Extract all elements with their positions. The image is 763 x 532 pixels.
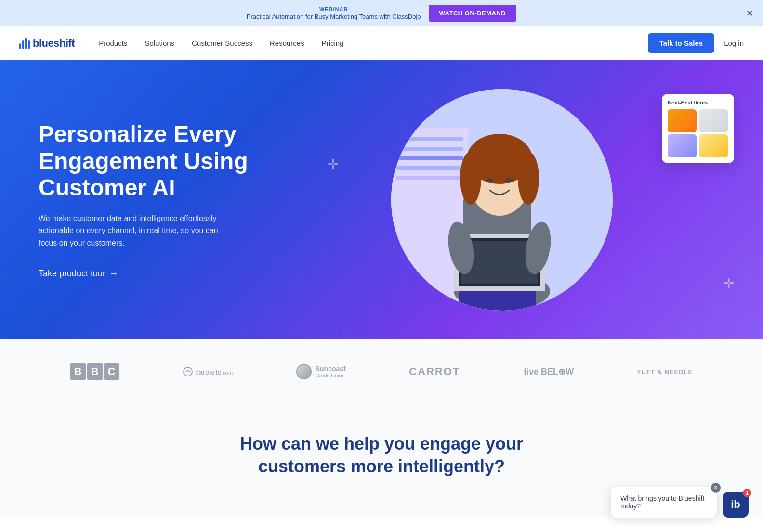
nav-actions: Talk to Sales Log in [648, 33, 744, 53]
logo-text: blueshift [33, 37, 75, 50]
nbi-grid [668, 109, 728, 157]
bbc-b1: B [70, 363, 86, 380]
svg-point-16 [505, 178, 513, 183]
chat-badge: 1 [743, 489, 751, 497]
nbi-item-3 [668, 134, 697, 157]
talk-to-sales-button[interactable]: Talk to Sales [648, 33, 715, 53]
nbi-card: Next-Best Items [662, 94, 734, 163]
svg-rect-6 [396, 176, 463, 180]
nbi-item-2 [699, 109, 728, 132]
nbi-card-title: Next-Best Items [668, 100, 728, 105]
logo-five-below: five BEL⊕W [524, 366, 574, 377]
svg-rect-3 [396, 147, 463, 151]
logo-icon [19, 38, 30, 49]
logo-bar-1 [19, 43, 21, 49]
svg-point-13 [460, 152, 481, 205]
bbc-b2: B [87, 363, 103, 380]
logo-bar-3 [25, 38, 27, 49]
product-tour-label: Take product tour [39, 269, 105, 279]
logo-carparts: carparts.com [183, 366, 233, 377]
nbi-item-4 [699, 134, 728, 157]
hero-right: Next-Best Items [279, 89, 724, 311]
nav-link-products[interactable]: Products [99, 39, 127, 47]
svg-point-14 [518, 152, 539, 205]
carparts-logo-mark: carparts.com [183, 366, 233, 377]
carrot-logo-text: CARROT [409, 365, 460, 378]
svg-rect-2 [396, 137, 463, 141]
nav-link-pricing[interactable]: Pricing [322, 39, 344, 47]
person-svg [391, 89, 613, 311]
logo-tuft-needle: TUFT & NEEDLE [637, 368, 693, 376]
login-link[interactable]: Log in [724, 39, 744, 47]
chat-bubble: ✕ What brings you to Blueshift today? [611, 487, 717, 517]
announcement-webinar-label: WEBINAR [247, 6, 421, 12]
nbi-item-1 [668, 109, 697, 132]
carparts-icon [183, 366, 193, 377]
nav-link-solutions[interactable]: Solutions [145, 39, 174, 47]
chat-message: What brings you to Blueshift today? [620, 494, 704, 510]
arrow-right-icon: → [109, 269, 118, 279]
nav-links: Products Solutions Customer Success Reso… [99, 39, 647, 47]
tuft-needle-logo-text: TUFT & NEEDLE [637, 368, 693, 376]
announcement-text: WEBINAR Practical Automation for Busy Ma… [247, 6, 421, 21]
suncoast-icon [296, 364, 312, 379]
logo-bar-4 [28, 40, 30, 49]
bbc-c: C [104, 363, 119, 380]
logos-section: B B C carparts.com Suncoast Credit Union… [0, 339, 763, 404]
logo[interactable]: blueshift [19, 37, 75, 50]
hero-section: Personalize Every Engagement Using Custo… [0, 60, 763, 339]
bottom-title: How can we help you engage your customer… [237, 433, 526, 478]
chat-close-button[interactable]: ✕ [711, 483, 721, 493]
chat-widget: ✕ What brings you to Blueshift today? ib… [611, 487, 749, 517]
hero-content: Personalize Every Engagement Using Custo… [39, 121, 279, 278]
nav-link-customer-success[interactable]: Customer Success [192, 39, 252, 47]
svg-rect-4 [396, 156, 463, 160]
announcement-subtitle: Practical Automation for Busy Marketing … [247, 13, 421, 20]
hero-person-image [391, 89, 613, 311]
suncoast-name: Suncoast [316, 365, 346, 373]
cross-decoration-1: ✛ [328, 156, 339, 172]
main-nav: blueshift Products Solutions Customer Su… [0, 26, 763, 60]
suncoast-text-group: Suncoast Credit Union [316, 365, 346, 378]
hero-image-circle [391, 89, 613, 311]
watch-on-demand-button[interactable]: WATCH ON-DEMAND [429, 5, 517, 22]
cross-decoration-2: ✛ [723, 275, 734, 291]
announcement-bar: WEBINAR Practical Automation for Busy Ma… [0, 0, 763, 26]
carparts-text: carparts.com [195, 368, 233, 376]
hero-subtitle: We make customer data and intelligence e… [39, 212, 231, 249]
bbc-logo-mark: B B C [70, 363, 119, 380]
product-tour-link[interactable]: Take product tour → [39, 269, 279, 279]
svg-rect-5 [396, 166, 463, 170]
hero-title: Personalize Every Engagement Using Custo… [39, 121, 279, 201]
logo-bbc: B B C [70, 363, 119, 380]
logo-suncoast: Suncoast Credit Union [296, 364, 346, 379]
suncoast-logo-mark: Suncoast Credit Union [296, 364, 346, 379]
suncoast-subname: Credit Union [316, 373, 346, 378]
logo-bar-2 [22, 40, 24, 49]
announcement-close-button[interactable]: ✕ [746, 8, 753, 19]
five-below-logo-text: five BEL⊕W [524, 366, 574, 377]
chat-avatar-button[interactable]: ib 1 [723, 492, 749, 517]
svg-point-22 [184, 367, 192, 376]
svg-point-15 [486, 178, 494, 183]
chat-avatar-icon: ib [731, 498, 740, 511]
logo-carrot: CARROT [409, 365, 460, 378]
nav-link-resources[interactable]: Resources [270, 39, 304, 47]
